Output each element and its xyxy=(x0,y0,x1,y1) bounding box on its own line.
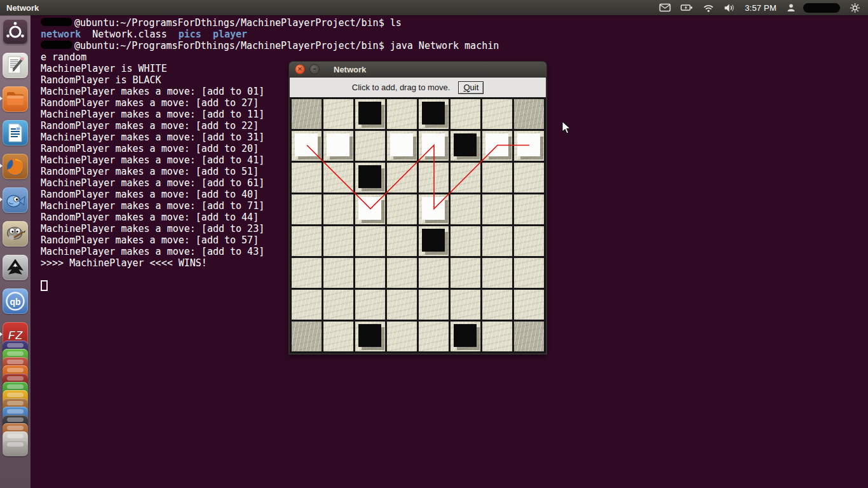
board-cell[interactable] xyxy=(482,290,512,320)
launcher-item-qbittorrent[interactable]: qb xyxy=(3,288,28,314)
board-cell[interactable] xyxy=(514,290,544,320)
launcher-item-libreoffice-writer[interactable] xyxy=(3,120,28,146)
board-cell[interactable] xyxy=(323,226,353,256)
stack-icon-glare xyxy=(7,351,24,356)
wifi-network-icon[interactable] xyxy=(703,3,714,13)
board-cell[interactable] xyxy=(323,322,353,351)
running-indicator-arrow xyxy=(0,163,3,169)
white-piece[interactable] xyxy=(295,133,318,156)
board-cell[interactable] xyxy=(419,322,449,351)
board-cell[interactable] xyxy=(419,163,449,193)
quit-button[interactable]: Quit xyxy=(458,81,484,94)
board-cell[interactable] xyxy=(387,194,417,224)
board-cell[interactable] xyxy=(387,322,417,351)
launcher-item-text-editor[interactable] xyxy=(3,53,28,78)
board-cell[interactable] xyxy=(482,322,512,351)
black-piece[interactable] xyxy=(358,165,381,188)
black-piece[interactable] xyxy=(422,229,445,252)
board-cell[interactable] xyxy=(387,226,417,256)
mouse-cursor xyxy=(562,121,571,137)
board-cell[interactable] xyxy=(514,226,544,256)
board-corner-cell[interactable] xyxy=(292,99,322,129)
launcher-item-gimp[interactable] xyxy=(3,221,28,247)
black-piece[interactable] xyxy=(358,324,381,347)
redacted-username xyxy=(41,41,72,49)
launcher-item-inkscape[interactable] xyxy=(3,255,28,280)
white-piece[interactable] xyxy=(327,133,349,156)
board-cell[interactable] xyxy=(451,290,480,320)
board-corner-cell[interactable] xyxy=(514,99,544,129)
board-cell[interactable] xyxy=(387,163,417,193)
mail-indicator-icon[interactable] xyxy=(659,3,671,13)
board-cell[interactable] xyxy=(451,99,480,129)
board-cell[interactable] xyxy=(292,163,322,193)
board-cell[interactable] xyxy=(482,194,512,224)
board-cell[interactable] xyxy=(292,226,322,256)
terminal-text: pics xyxy=(179,29,201,40)
board-cell[interactable] xyxy=(323,290,353,320)
board-cell[interactable] xyxy=(451,163,480,193)
board-cell[interactable] xyxy=(355,290,385,320)
board-cell[interactable] xyxy=(482,226,512,256)
board-cell[interactable] xyxy=(514,258,544,288)
board-cell[interactable] xyxy=(451,258,480,288)
board-cell[interactable] xyxy=(451,226,480,256)
terminal-text: RandomPlayer makes a move: [add to 20] xyxy=(41,143,259,154)
board-cell[interactable] xyxy=(323,194,353,224)
white-piece[interactable] xyxy=(358,197,381,220)
terminal-text: MachinePlayer makes a move: [add to 31] xyxy=(41,132,264,143)
terminal-text: RandomPlayer is BLACK xyxy=(41,74,161,86)
board-cell[interactable] xyxy=(419,258,449,288)
board-cell[interactable] xyxy=(482,163,512,193)
window-minimize-button[interactable]: – xyxy=(309,64,320,74)
board-cell[interactable] xyxy=(387,290,417,320)
launcher-item-files[interactable] xyxy=(3,86,28,112)
black-piece[interactable] xyxy=(454,133,477,156)
launcher-item-bluefish-editor[interactable] xyxy=(3,187,28,213)
board-corner-cell[interactable] xyxy=(292,322,322,351)
board-cell[interactable] xyxy=(419,290,449,320)
clock[interactable]: 3:57 PM xyxy=(745,3,776,13)
volume-icon[interactable] xyxy=(724,3,735,13)
board-cell[interactable] xyxy=(451,194,480,224)
board-cell[interactable] xyxy=(355,226,385,256)
board-cell[interactable] xyxy=(482,99,512,129)
white-piece[interactable] xyxy=(485,133,508,156)
launcher-stack-trash[interactable] xyxy=(3,440,28,456)
board-cell[interactable] xyxy=(387,258,417,288)
terminal-text: Network.class xyxy=(81,29,179,40)
board-cell[interactable] xyxy=(292,194,322,224)
board-cell[interactable] xyxy=(292,258,322,288)
white-piece[interactable] xyxy=(517,133,540,156)
board-cell[interactable] xyxy=(482,258,512,288)
user-menu-icon[interactable] xyxy=(786,3,796,13)
black-piece[interactable] xyxy=(358,102,381,125)
window-titlebar[interactable]: ✕ – Network xyxy=(288,61,547,78)
board-corner-cell[interactable] xyxy=(514,322,544,351)
board-cell[interactable] xyxy=(323,163,353,193)
stack-icon-glare xyxy=(7,360,24,364)
black-piece[interactable] xyxy=(454,324,477,347)
battery-icon[interactable] xyxy=(681,3,693,13)
window-close-button[interactable]: ✕ xyxy=(295,64,305,74)
board-cell[interactable] xyxy=(323,99,353,129)
board-cell[interactable] xyxy=(355,258,385,288)
white-piece[interactable] xyxy=(422,133,445,156)
board-cell[interactable] xyxy=(292,290,322,320)
launcher-item-firefox[interactable] xyxy=(3,154,28,179)
stack-icon-glare xyxy=(7,401,24,405)
white-piece[interactable] xyxy=(422,197,445,220)
launcher-item-ubuntu-dash[interactable] xyxy=(3,19,28,44)
session-gear-icon[interactable] xyxy=(850,3,860,13)
board-cell[interactable] xyxy=(387,99,417,129)
board-cell[interactable] xyxy=(514,163,544,193)
terminal-text: MachinePlayer makes a move: [add to 01] xyxy=(41,86,264,97)
terminal-text: MachinePlayer makes a move: [add to 41] xyxy=(41,154,264,166)
board-cell[interactable] xyxy=(355,131,385,161)
board-cell[interactable] xyxy=(514,194,544,224)
terminal-text: RandomPlayer makes a move: [add to 27] xyxy=(41,97,259,109)
board-cell[interactable] xyxy=(323,258,353,288)
game-board[interactable] xyxy=(290,97,546,353)
white-piece[interactable] xyxy=(390,133,413,156)
black-piece[interactable] xyxy=(422,102,445,125)
